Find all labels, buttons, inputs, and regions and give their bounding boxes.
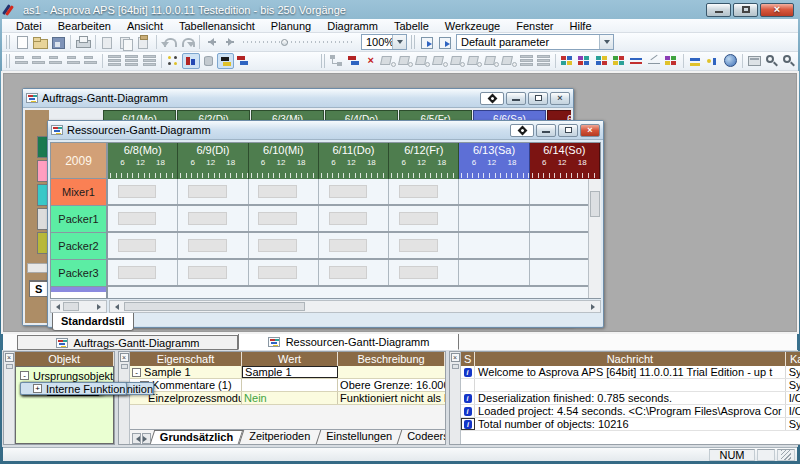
value-cell-selected[interactable]: Sample 1: [242, 366, 338, 378]
tab-codeerstellung[interactable]: Codeerstellung: [396, 430, 445, 444]
paste-icon[interactable]: [135, 34, 153, 50]
toolbar-grip[interactable]: [6, 35, 11, 49]
table-view-icon[interactable]: [594, 53, 611, 69]
close-panel-icon[interactable]: ×: [120, 353, 129, 362]
compass-icon[interactable]: [510, 124, 534, 137]
resource-row-header[interactable]: Packer3: [51, 260, 106, 287]
table-view-icon[interactable]: [611, 53, 628, 69]
zoom-out-icon[interactable]: [780, 53, 797, 69]
gantt-display-icon[interactable]: [217, 53, 234, 69]
scroll-left-arrow[interactable]: [112, 304, 119, 310]
property-row-sample1[interactable]: -Sample 1 Sample 1: [130, 366, 445, 379]
machine-icon[interactable]: [414, 53, 431, 69]
auftrags-title-bar[interactable]: Auftrags-Gantt-Diagramm ×: [23, 89, 573, 107]
parameter-combobox[interactable]: Default parameter: [456, 34, 614, 50]
pin-panel-icon[interactable]: [6, 364, 13, 369]
compass-icon[interactable]: [480, 92, 504, 105]
scroll-right-arrow[interactable]: [97, 304, 104, 310]
colored-table-icon[interactable]: [663, 53, 680, 69]
arrange-window-icon[interactable]: [436, 34, 454, 50]
tree-item-interne-funktion[interactable]: + Interne Funktion: [20, 382, 114, 395]
machine-icon[interactable]: [466, 53, 483, 69]
menu-tabelle[interactable]: Tabelle: [386, 19, 437, 33]
property-row-kommentare[interactable]: +Kommentare (1) Obere Grenze: 16.000 B: [130, 379, 445, 392]
scroll-right-arrow[interactable]: [591, 304, 598, 310]
machine-icon[interactable]: [431, 53, 448, 69]
date-header-cell-saturday[interactable]: 6/13(Sa) 6 12 18: [459, 143, 529, 179]
menu-fenster[interactable]: Fenster: [508, 19, 561, 33]
import-window-icon[interactable]: [418, 34, 436, 50]
message-row[interactable]: Sys 201: [461, 379, 800, 392]
maximize-button[interactable]: [733, 3, 758, 17]
table-view-icon[interactable]: [559, 53, 576, 69]
bar-style-icon[interactable]: [30, 53, 47, 69]
print-icon[interactable]: [74, 34, 92, 50]
auftrags-style-tab[interactable]: S: [29, 280, 49, 297]
date-header-cell[interactable]: 6/9(Di) 6 12 18: [178, 143, 248, 179]
date-header-cell[interactable]: 6/12(Fr) 6 12 18: [389, 143, 459, 179]
resource-row-header[interactable]: Packer1: [51, 206, 106, 233]
machine-icon[interactable]: [500, 53, 517, 69]
collapse-icon[interactable]: -: [20, 371, 29, 380]
tab-ressourcen-gantt[interactable]: Ressourcen-Gantt-Diagramm: [238, 333, 459, 350]
graph-view-icon[interactable]: [628, 53, 645, 69]
menu-planung[interactable]: Planung: [263, 19, 319, 33]
cut-icon[interactable]: [99, 34, 117, 50]
machine-icon[interactable]: [379, 53, 396, 69]
value-cell[interactable]: [242, 379, 338, 391]
title-bar[interactable]: as1 - Asprova APS [64bit] 11.0.0.11 Test…: [2, 0, 798, 19]
globe-icon[interactable]: [722, 53, 739, 69]
ressourcen-title-bar[interactable]: Ressourcen-Gantt-Diagramm ×: [48, 121, 603, 139]
toolbar-grip[interactable]: [6, 54, 11, 68]
tab-einstellungen[interactable]: Einstellungen: [315, 430, 401, 444]
chevron-down-icon[interactable]: [392, 35, 406, 49]
bar-style-icon[interactable]: [82, 53, 99, 69]
machine-icon[interactable]: [483, 53, 500, 69]
chevron-down-icon[interactable]: [599, 35, 613, 49]
scroll-left-arrow[interactable]: [53, 304, 60, 310]
menu-ansicht[interactable]: Ansicht: [119, 19, 171, 33]
zoom-slider[interactable]: [243, 36, 355, 48]
resource-row-header[interactable]: Packer2: [51, 233, 106, 260]
table-view-icon[interactable]: [576, 53, 593, 69]
date-header-cell[interactable]: 6/11(Do) 6 12 18: [319, 143, 389, 179]
pin-panel-icon[interactable]: [121, 364, 128, 369]
filter-equal-icon[interactable]: [687, 53, 704, 69]
assign-flag-icon[interactable]: [345, 53, 362, 69]
message-row-selected[interactable]: i Total number of objects: 10216 Sys 201: [461, 418, 800, 431]
load-graph-icon[interactable]: [182, 53, 199, 69]
resource-row-header[interactable]: Mixer1: [51, 179, 106, 206]
child-minimize-button[interactable]: [536, 124, 556, 137]
menu-hilfe[interactable]: Hilfe: [562, 19, 600, 33]
horizontal-scrollbar[interactable]: [27, 263, 49, 273]
line-chart-icon[interactable]: [646, 53, 663, 69]
style-tab-standardstil[interactable]: Standardstil: [52, 313, 134, 331]
calculator-icon[interactable]: [746, 53, 763, 69]
date-header-cell[interactable]: 6/10(Mi) 6 12 18: [249, 143, 319, 179]
minimize-button[interactable]: [706, 3, 731, 17]
close-button[interactable]: ×: [760, 3, 794, 17]
display-options-icon[interactable]: [165, 53, 182, 69]
close-panel-icon[interactable]: ×: [451, 353, 460, 362]
close-panel-icon[interactable]: ×: [5, 353, 14, 362]
hierarchy-icon[interactable]: [328, 53, 345, 69]
child-close-button[interactable]: ×: [550, 92, 570, 105]
zoom-in-icon[interactable]: [763, 53, 780, 69]
scrollbar-thumb[interactable]: [590, 191, 600, 217]
tab-grundsaetzlich[interactable]: Grundsätzlich: [150, 430, 244, 444]
toolbar-grip[interactable]: [411, 35, 416, 49]
save-icon[interactable]: [49, 34, 67, 50]
date-header-cell[interactable]: 6/8(Mo) 6 12 18: [108, 143, 178, 179]
child-close-button[interactable]: ×: [580, 124, 600, 137]
message-row[interactable]: i Welcome to Asprova APS [64bit] 11.0.0.…: [461, 366, 800, 379]
property-row-einzelprozessmodus[interactable]: Einzelprozessmodus Nein Funktioniert nic…: [130, 392, 445, 405]
scrollbar-thumb[interactable]: [63, 302, 79, 311]
child-minimize-button[interactable]: [506, 92, 526, 105]
row-layout-icon[interactable]: [141, 53, 158, 69]
zoom-combobox[interactable]: 100%: [361, 34, 407, 50]
bar-color-icon[interactable]: [234, 53, 251, 69]
back-arrow-icon[interactable]: [203, 34, 221, 50]
gantt-chart-area[interactable]: 6/8(Mo) 6 12 18 6/9(Di) 6 12 18 6/10(Mi): [108, 143, 600, 298]
delete-x-icon[interactable]: ×: [362, 53, 379, 69]
copy-icon[interactable]: [117, 34, 135, 50]
